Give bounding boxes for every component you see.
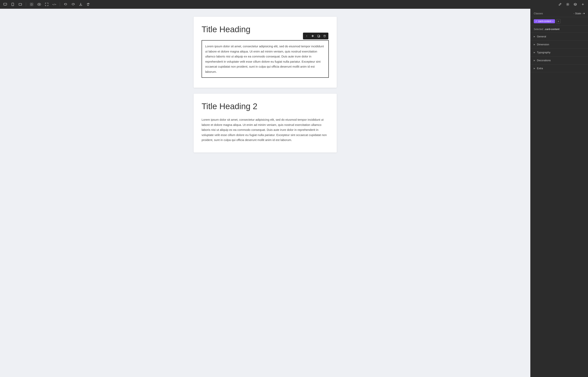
preview-icon[interactable]	[36, 1, 42, 7]
svg-point-12	[39, 4, 40, 5]
download-icon[interactable]	[78, 1, 83, 7]
trash-icon[interactable]	[85, 1, 91, 7]
card-2-title: Title Heading 2	[202, 102, 329, 111]
svg-rect-9	[32, 3, 33, 4]
settings-icon[interactable]	[565, 1, 571, 7]
svg-rect-10	[32, 5, 33, 6]
section-dimension-header[interactable]: ▶ Dimension	[530, 41, 588, 48]
move-up-button[interactable]: ↑	[304, 33, 309, 39]
selected-info: Selected: .card-content	[530, 26, 588, 33]
pen-icon[interactable]	[557, 1, 563, 7]
fullscreen-icon[interactable]	[44, 1, 49, 7]
classes-row: ✓ card-content × +	[530, 17, 588, 26]
extra-arrow-icon: ▶	[534, 67, 535, 69]
state-dropdown[interactable]: - State - ▾	[574, 12, 585, 15]
dimension-arrow-icon: ▶	[534, 43, 535, 46]
card-1[interactable]: Title Heading ↑ ✥ Lorem ipsum dolor sit …	[194, 17, 337, 88]
float-toolbar: ↑ ✥	[303, 33, 328, 39]
add-block-icon[interactable]: +	[580, 1, 586, 7]
selected-textbox[interactable]: ↑ ✥ Lorem ipsum dolor sit amet, consecte…	[202, 40, 329, 78]
right-panel: Classes - State - ▾ ✓ card-content × + S…	[530, 9, 588, 377]
section-decorations: ▶ Decorations	[530, 57, 588, 64]
dimension-label: Dimension	[537, 43, 549, 46]
general-label: General	[537, 35, 546, 38]
state-label: - State -	[574, 12, 583, 15]
svg-rect-0	[4, 3, 7, 5]
toolbar-right: +	[557, 1, 586, 7]
section-decorations-header[interactable]: ▶ Decorations	[530, 57, 588, 64]
card-2[interactable]: Title Heading 2 Lorem ipsum dolor sit am…	[194, 94, 337, 153]
code-icon[interactable]: </>	[51, 1, 57, 7]
toolbar-left: </>	[2, 1, 91, 7]
class-tag-checkmark: ✓	[535, 20, 537, 23]
selected-label: Selected:	[534, 28, 544, 31]
general-arrow-icon: ▶	[534, 35, 535, 38]
section-dimension: ▶ Dimension	[530, 41, 588, 48]
delete-float-button[interactable]	[322, 33, 327, 39]
classes-label: Classes	[534, 12, 543, 15]
top-toolbar: </> +	[0, 0, 588, 9]
undo-icon[interactable]	[63, 1, 68, 7]
extra-label: Extra	[537, 67, 543, 70]
svg-point-4	[12, 5, 13, 6]
redo-icon[interactable]	[70, 1, 76, 7]
main-layout: Title Heading ↑ ✥ Lorem ipsum dolor sit …	[0, 9, 588, 377]
tablet-landscape-icon[interactable]	[17, 1, 23, 7]
svg-rect-8	[30, 5, 31, 6]
typography-label: Typography	[537, 51, 550, 54]
class-tag-card-content[interactable]: ✓ card-content ×	[534, 19, 555, 23]
panel-header: Classes - State - ▾	[530, 9, 588, 17]
selected-value: .card-content	[544, 28, 559, 31]
select-icon[interactable]	[29, 1, 35, 7]
tablet-portrait-icon[interactable]	[10, 1, 15, 7]
class-tag-close[interactable]: ×	[552, 20, 553, 23]
move-button[interactable]: ✥	[310, 33, 315, 39]
svg-point-6	[21, 4, 22, 5]
card-2-content: Lorem ipsum dolor sit amet, consectetur …	[202, 117, 329, 142]
typography-arrow-icon: ▶	[534, 51, 535, 53]
decorations-arrow-icon: ▶	[534, 59, 535, 61]
section-extra-header[interactable]: ▶ Extra	[530, 64, 588, 72]
duplicate-button[interactable]	[316, 33, 321, 39]
section-typography-header[interactable]: ▶ Typography	[530, 48, 588, 56]
canvas-area: Title Heading ↑ ✥ Lorem ipsum dolor sit …	[0, 9, 530, 377]
section-general-header[interactable]: ▶ General	[530, 33, 588, 40]
svg-rect-15	[318, 35, 319, 37]
add-class-button[interactable]: +	[556, 19, 561, 24]
section-general: ▶ General	[530, 33, 588, 41]
layers-icon[interactable]	[573, 1, 578, 7]
state-arrow: ▾	[583, 12, 585, 15]
svg-rect-7	[30, 3, 31, 4]
section-typography: ▶ Typography	[530, 48, 588, 57]
svg-point-13	[567, 4, 568, 5]
card-1-content: Lorem ipsum dolor sit amet, consectetur …	[205, 44, 325, 74]
class-tag-name: card-content	[538, 20, 552, 23]
decorations-label: Decorations	[537, 59, 551, 62]
desktop-icon[interactable]	[2, 1, 8, 7]
section-extra: ▶ Extra	[530, 64, 588, 72]
